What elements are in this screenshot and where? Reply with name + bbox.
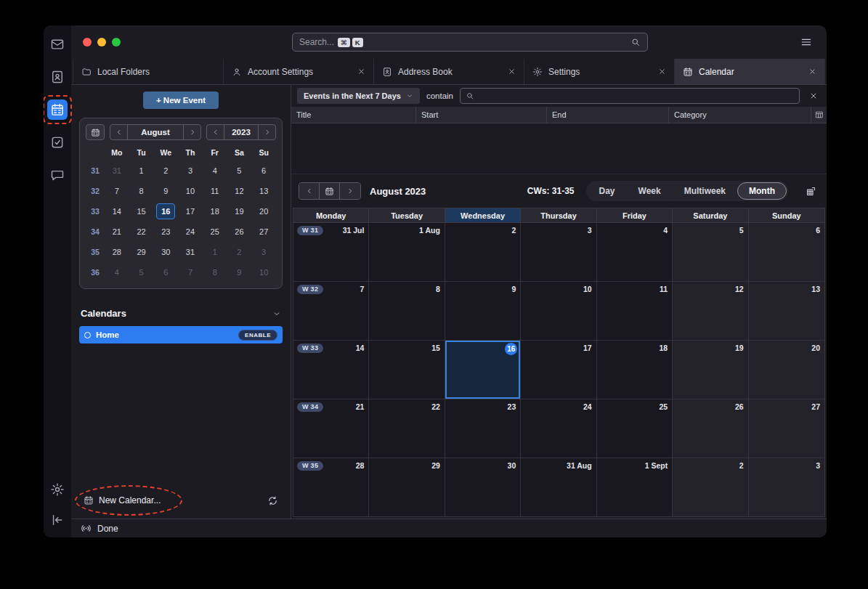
day-cell[interactable]: W 327	[293, 282, 369, 340]
mini-day-cell[interactable]: 27	[254, 224, 273, 240]
mini-day-cell[interactable]: 8	[206, 264, 224, 280]
day-cell[interactable]: 23	[445, 399, 521, 458]
sidebar-item-mail[interactable]	[47, 34, 68, 54]
mini-day-cell[interactable]: 22	[132, 224, 151, 240]
calendar-enable-badge[interactable]: ENABLE	[238, 330, 277, 341]
day-cell[interactable]: 6	[749, 223, 824, 281]
view-month-button[interactable]: Month	[737, 182, 787, 200]
column-header-category[interactable]: Category	[669, 107, 811, 123]
tab-close-icon[interactable]	[357, 68, 365, 76]
next-month-button[interactable]	[184, 125, 200, 139]
day-cell[interactable]: 30	[445, 458, 521, 516]
mini-day-cell[interactable]: 6	[254, 163, 273, 179]
column-picker-button[interactable]	[811, 107, 827, 123]
mini-day-cell[interactable]: 4	[108, 264, 126, 280]
mini-day-cell[interactable]: 6	[156, 264, 175, 280]
mini-day-cell[interactable]: 15	[132, 203, 151, 219]
calendar-list-item[interactable]: HomeENABLE	[79, 326, 283, 344]
mini-day-cell[interactable]: 3	[254, 244, 273, 260]
day-cell[interactable]: 18	[597, 341, 673, 399]
sidebar-item-calendar[interactable]	[47, 99, 68, 120]
day-cell[interactable]: W 3528	[293, 458, 369, 516]
mini-day-cell[interactable]: 10	[181, 183, 200, 199]
tab-settings[interactable]: Settings	[524, 59, 675, 84]
day-cell[interactable]: 1 Sept	[597, 458, 673, 516]
day-cell[interactable]: 8	[369, 282, 445, 340]
day-cell[interactable]: 4	[597, 223, 673, 281]
day-cell[interactable]: 22	[369, 399, 445, 458]
day-cell[interactable]: 11	[597, 282, 673, 340]
today-button[interactable]	[320, 183, 340, 199]
day-cell[interactable]: W 3314	[293, 341, 369, 399]
tab-close-icon[interactable]	[508, 68, 516, 76]
column-header-title[interactable]: Title	[291, 107, 416, 123]
mini-calendar-today-button[interactable]	[86, 124, 105, 140]
day-cell[interactable]: 16	[445, 341, 521, 399]
rotate-view-button[interactable]	[803, 183, 819, 200]
prev-year-button[interactable]	[207, 125, 224, 139]
sync-calendars-button[interactable]	[264, 492, 281, 509]
mini-day-cell[interactable]: 9	[230, 264, 248, 280]
day-cell[interactable]: 24	[521, 399, 596, 458]
day-cell[interactable]: 17	[521, 341, 596, 399]
day-cell[interactable]: 3	[749, 458, 824, 516]
day-cell[interactable]: 5	[673, 223, 748, 281]
mini-day-cell[interactable]: 2	[156, 163, 175, 179]
day-cell[interactable]: 31 Aug	[521, 458, 596, 516]
sidebar-item-tasks[interactable]	[47, 132, 68, 153]
mini-day-cell[interactable]: 4	[206, 163, 224, 179]
mini-day-cell[interactable]: 25	[206, 224, 224, 240]
day-cell[interactable]: 2	[445, 223, 521, 281]
view-multiweek-button[interactable]: Multiweek	[673, 182, 737, 200]
event-filter-dropdown[interactable]: Events in the Next 7 Days	[297, 88, 420, 104]
day-cell[interactable]: 19	[673, 341, 748, 399]
mini-day-cell[interactable]: 23	[156, 224, 175, 240]
mini-day-cell[interactable]: 2	[230, 244, 248, 260]
mini-day-cell[interactable]: 31	[108, 163, 126, 179]
mini-day-cell[interactable]: 26	[230, 224, 248, 240]
day-cell[interactable]: 29	[369, 458, 445, 516]
event-search-input[interactable]	[479, 91, 794, 101]
day-cell[interactable]: 3	[521, 223, 596, 281]
mini-day-cell[interactable]: 5	[230, 163, 248, 179]
mini-day-cell[interactable]: 21	[108, 224, 126, 240]
mini-day-cell[interactable]: 12	[230, 183, 248, 199]
minimize-window-button[interactable]	[97, 38, 106, 46]
sidebar-item-chat[interactable]	[47, 165, 68, 185]
next-period-button[interactable]	[340, 183, 360, 199]
day-cell[interactable]: 1 Aug	[369, 223, 445, 281]
global-search-field[interactable]: Search... ⌘K	[292, 33, 648, 52]
mini-day-cell[interactable]: 31	[181, 244, 200, 260]
chevron-down-icon[interactable]	[272, 309, 281, 318]
view-day-button[interactable]: Day	[588, 182, 627, 200]
mini-day-cell[interactable]: 1	[132, 163, 151, 179]
day-cell[interactable]: 12	[673, 282, 748, 340]
mini-day-cell[interactable]: 9	[156, 183, 175, 199]
mini-day-cell[interactable]: 10	[254, 264, 273, 280]
sidebar-item-collapse[interactable]	[47, 510, 68, 530]
close-filter-button[interactable]	[806, 89, 821, 103]
prev-month-button[interactable]	[110, 125, 127, 139]
prev-period-button[interactable]	[299, 183, 320, 199]
mini-day-cell[interactable]: 20	[254, 203, 273, 219]
event-search-field[interactable]	[460, 88, 800, 104]
tab-local-folders[interactable]: Local Folders	[73, 59, 224, 84]
new-event-button[interactable]: + New Event	[143, 92, 219, 109]
day-cell[interactable]: W 3421	[293, 399, 369, 458]
mini-day-cell[interactable]: 8	[132, 183, 151, 199]
view-week-button[interactable]: Week	[627, 182, 673, 200]
zoom-window-button[interactable]	[112, 38, 121, 46]
mini-day-cell[interactable]: 7	[108, 183, 126, 199]
mini-day-cell[interactable]: 18	[206, 203, 224, 219]
tab-close-icon[interactable]	[658, 68, 666, 76]
day-cell[interactable]: 27	[749, 399, 824, 458]
tab-address-book[interactable]: Address Book	[374, 59, 524, 84]
day-cell[interactable]: 2	[673, 458, 748, 516]
day-cell[interactable]: 20	[749, 341, 824, 399]
sidebar-item-settings[interactable]	[47, 479, 68, 500]
mini-day-cell[interactable]: 16	[156, 203, 175, 219]
mini-day-cell[interactable]: 24	[181, 224, 200, 240]
mini-day-cell[interactable]: 19	[230, 203, 248, 219]
mini-day-cell[interactable]: 17	[181, 203, 200, 219]
mini-day-cell[interactable]: 14	[108, 203, 126, 219]
